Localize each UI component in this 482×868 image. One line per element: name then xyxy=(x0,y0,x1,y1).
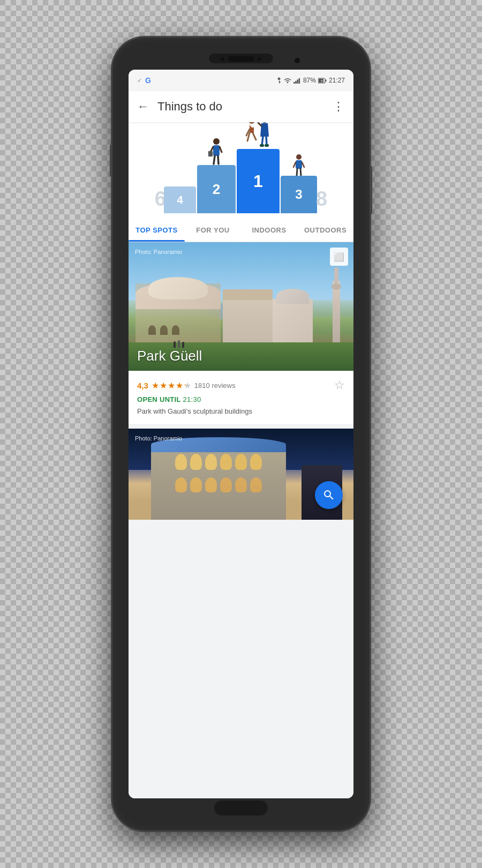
place-description-1: Park with Gaudi's sculptural buildings xyxy=(137,407,345,416)
rating-row-1: 4,3 ★ ★ ★ ★ ★ ★ 1810 r xyxy=(137,378,345,392)
phone-device: ✓ G xyxy=(112,38,370,830)
svg-point-15 xyxy=(248,122,255,124)
search-icon xyxy=(322,489,335,502)
svg-point-28 xyxy=(296,154,302,160)
podium-block-2: 2 xyxy=(197,165,236,213)
status-left: ✓ G xyxy=(137,76,151,85)
svg-line-32 xyxy=(297,169,297,176)
stars-1: ★ ★ ★ ★ ★ ★ xyxy=(152,380,191,391)
tab-indoors[interactable]: INDOORS xyxy=(241,219,297,242)
main-tower xyxy=(333,281,340,342)
place-image-second[interactable]: Photo: Panoramio xyxy=(129,429,353,520)
svg-point-8 xyxy=(213,138,220,145)
svg-rect-26 xyxy=(260,144,264,147)
svg-line-11 xyxy=(220,147,222,152)
status-bar: ✓ G xyxy=(129,70,353,91)
svg-rect-2 xyxy=(297,79,298,84)
main-building xyxy=(135,283,221,348)
figure-persons-1 xyxy=(242,122,274,149)
figure-person-2 xyxy=(207,137,225,165)
star-2: ★ xyxy=(160,380,167,391)
svg-line-13 xyxy=(214,156,215,164)
card-info-1: 4,3 ★ ★ ★ ★ ★ ★ 1810 r xyxy=(129,371,353,424)
figure-2 xyxy=(207,136,225,165)
rating-number-1: 4,3 xyxy=(137,381,148,390)
speaker-dot-2 xyxy=(258,57,261,61)
power-button[interactable] xyxy=(370,166,372,214)
svg-rect-12 xyxy=(208,151,213,156)
place-card-park-guell[interactable]: Photo: Panoramio ⬜ Park Güell 4,3 ★ ★ ★ xyxy=(129,242,353,424)
faded-number-right: 8 xyxy=(316,189,327,213)
place-image-park-guell[interactable]: Photo: Panoramio ⬜ Park Güell xyxy=(129,242,353,371)
podium-block-3: 3 xyxy=(281,176,317,213)
volume-button[interactable] xyxy=(110,145,112,177)
svg-rect-3 xyxy=(299,78,300,84)
rating-left-1: 4,3 ★ ★ ★ ★ ★ ★ 1810 r xyxy=(137,380,235,391)
save-button-1[interactable]: ⬜ xyxy=(330,248,348,266)
svg-line-31 xyxy=(302,162,304,167)
battery-text: 87% xyxy=(303,77,316,84)
phone-screen: ✓ G xyxy=(129,70,353,798)
star-1: ★ xyxy=(152,380,159,391)
podium-position-2: 2 xyxy=(197,136,236,213)
figure-3 xyxy=(291,152,307,176)
speaker-area xyxy=(221,56,261,62)
speaker-dot-1 xyxy=(221,57,224,61)
google-logo: G xyxy=(145,76,151,85)
windows-2 xyxy=(162,477,275,492)
svg-line-21 xyxy=(258,123,261,126)
battery-icon xyxy=(318,78,327,84)
page-title: Things to do xyxy=(157,100,324,114)
tabs-bar: TOP SPOTS FOR YOU INDOORS OUTDOORS xyxy=(129,219,353,242)
tab-for-you[interactable]: FOR YOU xyxy=(185,219,241,242)
podium-position-3: 3 xyxy=(281,152,317,213)
photo-credit-2: Photo: Panoramio xyxy=(135,435,182,442)
building-facade xyxy=(151,443,286,520)
middle-building xyxy=(223,294,272,348)
podium-wrap: 6 4 xyxy=(129,122,353,219)
tab-outdoors[interactable]: OUTDOORS xyxy=(297,219,353,242)
casa-batllo-scene xyxy=(129,429,353,520)
svg-rect-9 xyxy=(213,145,220,156)
place-card-second[interactable]: Photo: Panoramio xyxy=(129,429,353,520)
right-tower xyxy=(273,299,313,348)
star-5: ★ ★ xyxy=(184,380,191,391)
overflow-menu-button[interactable]: ⋮ xyxy=(333,100,345,114)
svg-line-14 xyxy=(218,156,219,164)
podium-position-4: 4 xyxy=(164,165,196,213)
open-status-1: OPEN UNTIL 21:30 xyxy=(137,395,345,403)
bluetooth-icon xyxy=(276,77,282,84)
bookmark-button-1[interactable]: ☆ xyxy=(334,378,345,392)
notification-icon: ✓ xyxy=(137,77,142,84)
windows xyxy=(162,454,275,470)
fab-search-button[interactable] xyxy=(315,481,343,509)
content-area[interactable]: Photo: Panoramio ⬜ Park Güell 4,3 ★ ★ ★ xyxy=(129,242,353,798)
svg-line-25 xyxy=(266,137,267,145)
svg-rect-1 xyxy=(295,81,297,84)
figure-person-3 xyxy=(291,153,307,176)
speaker-bar xyxy=(228,56,254,62)
signal-icon xyxy=(293,78,301,84)
svg-rect-0 xyxy=(293,82,295,84)
svg-line-30 xyxy=(293,162,296,167)
svg-rect-27 xyxy=(265,144,269,147)
podium-block-4: 4 xyxy=(164,186,196,213)
svg-line-33 xyxy=(300,169,301,176)
tab-top-spots[interactable]: TOP SPOTS xyxy=(129,219,185,242)
people xyxy=(174,340,184,348)
front-camera xyxy=(295,58,300,63)
svg-line-24 xyxy=(262,137,263,145)
star-4: ★ xyxy=(176,380,183,391)
back-button[interactable]: ← xyxy=(137,100,149,114)
svg-point-19 xyxy=(261,122,268,123)
time-text: 21:27 xyxy=(329,77,345,84)
podium-block-1: 1 xyxy=(237,149,280,213)
place-name-1: Park Güell xyxy=(137,348,202,364)
svg-line-18 xyxy=(253,133,256,140)
wifi-icon xyxy=(284,78,291,84)
podium-position-1: 1 xyxy=(237,122,280,213)
star-3: ★ xyxy=(168,380,175,391)
review-count-1: 1810 reviews xyxy=(194,381,236,390)
hero-illustration: 6 4 xyxy=(129,122,353,219)
svg-rect-29 xyxy=(296,160,302,169)
